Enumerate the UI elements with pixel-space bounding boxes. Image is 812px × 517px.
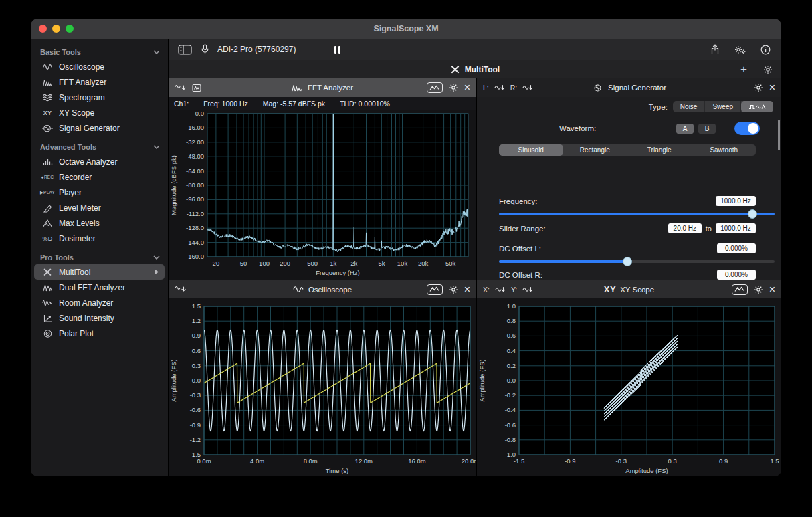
sidebar-item-player[interactable]: ▶PLAYPlayer <box>34 185 165 200</box>
dc-offset-r-field[interactable]: 0.000% <box>717 270 756 280</box>
dc-offset-l-slider-knob[interactable] <box>623 257 632 266</box>
input-wave-icon[interactable] <box>175 84 187 92</box>
type-option-sweep[interactable]: Sweep <box>705 101 741 112</box>
type-option-noise[interactable]: Noise <box>673 101 706 112</box>
svg-text:-48.00: -48.00 <box>186 152 204 160</box>
dc-offset-l-field[interactable]: 0.000% <box>717 243 756 253</box>
sidebar-item-spectrogram[interactable]: Spectrogram <box>34 90 165 105</box>
fft-gear-icon[interactable] <box>449 83 458 92</box>
minimize-window-button[interactable] <box>52 25 60 33</box>
multitool-settings-gear-icon[interactable] <box>763 65 773 74</box>
chart-view-toggle-button[interactable] <box>732 284 748 295</box>
left-output-wave-icon[interactable] <box>494 84 505 92</box>
oscilloscope-close-icon[interactable]: × <box>464 284 470 295</box>
pause-button[interactable] <box>334 46 340 54</box>
frequency-slider-knob[interactable] <box>748 209 757 219</box>
x-input-wave-icon[interactable] <box>495 286 506 294</box>
xy-gear-icon[interactable] <box>754 285 763 294</box>
spectra-store-icon[interactable] <box>192 84 202 92</box>
settings-gears-icon[interactable] <box>734 45 746 55</box>
svg-text:-1.2: -1.2 <box>190 436 201 443</box>
siggen-content: Type: Noise Sweep <box>477 97 781 280</box>
right-output-wave-icon[interactable] <box>522 84 533 92</box>
chart-view-toggle-button[interactable] <box>427 284 443 295</box>
output-enable-toggle[interactable] <box>734 122 760 135</box>
titlebar[interactable]: SignalScope XM <box>31 19 781 39</box>
info-icon[interactable] <box>760 45 771 55</box>
svg-text:1.2: 1.2 <box>192 317 201 324</box>
xy-chart[interactable]: -1.5-0.9-0.30.30.91.51.00.80.60.40.20.0-… <box>477 298 781 476</box>
device-label[interactable]: ADI-2 Pro (57760297) <box>217 45 296 54</box>
sidebar-item-multitool[interactable]: MultiTool <box>34 264 165 280</box>
waveform-b-button[interactable]: B <box>698 124 716 134</box>
svg-text:10k: 10k <box>397 260 408 267</box>
sidebar-section-advanced-tools[interactable]: Advanced Tools <box>31 140 168 154</box>
waveform-a-button[interactable]: A <box>676 124 694 134</box>
slider-range-to-field[interactable]: 1000.0 Hz <box>716 223 756 233</box>
frequency-slider[interactable] <box>499 209 775 219</box>
sidebar-item-oscilloscope[interactable]: Oscilloscope <box>34 59 165 74</box>
share-icon[interactable] <box>710 44 720 55</box>
slider-range-from-field[interactable]: 20.0 Hz <box>668 223 702 233</box>
y-input-wave-icon[interactable] <box>522 286 533 294</box>
chevron-down-icon[interactable] <box>153 50 160 54</box>
frequency-value-field[interactable]: 1000.0 Hz <box>716 196 756 206</box>
input-wave-icon[interactable] <box>175 285 187 294</box>
waveform-option-sinusoid[interactable]: Sinusoid <box>499 144 563 156</box>
sidebar-item-dual-fft-analyzer[interactable]: Dual FFT Analyzer <box>34 280 165 295</box>
svg-text:-1.5: -1.5 <box>514 457 524 465</box>
room-icon <box>39 298 56 308</box>
waveform-option-rectangle[interactable]: Rectangle <box>563 144 628 156</box>
xy-close-icon[interactable]: × <box>769 284 775 295</box>
sidebar-item-sound-intensity[interactable]: Sound Intensity <box>34 310 165 326</box>
svg-text:100: 100 <box>259 260 270 267</box>
svg-text:8.0m: 8.0m <box>304 457 318 465</box>
siggen-close-icon[interactable]: × <box>769 82 775 93</box>
sidebar-section-pro-tools[interactable]: Pro Tools <box>31 251 168 264</box>
xy-panel-header[interactable]: X: Y: <box>477 280 781 298</box>
close-window-button[interactable] <box>39 25 47 33</box>
waveform-option-sawtooth[interactable]: Sawtooth <box>692 144 756 156</box>
sidebar-item-label: Max Levels <box>59 219 100 228</box>
sidebar-item-label: Recorder <box>59 173 92 182</box>
traffic-lights <box>39 25 74 33</box>
microphone-icon[interactable] <box>201 44 209 55</box>
sidebar-item-signal-generator[interactable]: Signal Generator <box>34 120 165 136</box>
sidebar-item-max-levels[interactable]: Max Levels <box>34 215 165 231</box>
fft-chart[interactable]: 20501002005001k2k5k10k20k50k0.0-16.00-32… <box>169 110 476 280</box>
svg-text:Amplitude (FS): Amplitude (FS) <box>625 467 668 474</box>
scrollbar-thumb[interactable] <box>778 120 780 150</box>
add-tool-button[interactable]: + <box>740 64 747 75</box>
siggen-panel-header[interactable]: L: R: <box>477 78 781 97</box>
chevron-down-icon[interactable] <box>153 255 160 260</box>
fft-close-icon[interactable]: × <box>464 82 470 93</box>
chevron-down-icon[interactable] <box>153 145 160 149</box>
sidebar-section-label: Basic Tools <box>40 48 81 56</box>
svg-text:-128.0: -128.0 <box>186 224 204 231</box>
siggen-gear-icon[interactable] <box>754 83 763 92</box>
fft-panel-header[interactable]: FFT Analyzer × <box>169 78 476 97</box>
waveform-option-triangle[interactable]: Triangle <box>627 144 692 156</box>
zoom-window-button[interactable] <box>66 25 74 33</box>
type-option-waveform[interactable] <box>741 101 773 112</box>
sidebar-item-fft-analyzer[interactable]: FFT Analyzer <box>34 74 165 90</box>
sidebar-item-room-analyzer[interactable]: Room Analyzer <box>34 295 165 310</box>
oscilloscope-panel-header[interactable]: Oscilloscope × <box>169 280 476 298</box>
oscilloscope-chart[interactable]: 0.0m4.0m8.0m12.0m16.0m20.0m1.51.20.90.60… <box>169 298 476 476</box>
chart-view-toggle-button[interactable] <box>427 82 443 93</box>
sidebar-item-level-meter[interactable]: Level Meter <box>34 200 165 215</box>
svg-text:0.6: 0.6 <box>507 332 516 339</box>
sidebar-section-basic-tools[interactable]: Basic Tools <box>31 45 168 59</box>
sidebar-item-xy-scope[interactable]: XYXY Scope <box>34 105 165 120</box>
oscilloscope-gear-icon[interactable] <box>449 285 458 294</box>
sidebar-item-label: MultiTool <box>59 268 90 277</box>
svg-text:1.5: 1.5 <box>192 302 201 310</box>
waveform-label: Waveform: <box>559 124 596 132</box>
sidebar-item-octave-analyzer[interactable]: Octave Analyzer <box>34 154 165 169</box>
sidebar-item-polar-plot[interactable]: Polar Plot <box>34 326 165 341</box>
disclosure-arrow-icon[interactable] <box>155 269 159 275</box>
sidebar-toggle-icon[interactable] <box>178 45 192 55</box>
dc-offset-l-slider[interactable] <box>499 256 775 267</box>
sidebar-item-dosimeter[interactable]: %DDosimeter <box>34 231 165 246</box>
sidebar-item-recorder[interactable]: ●RECRecorder <box>34 169 165 185</box>
